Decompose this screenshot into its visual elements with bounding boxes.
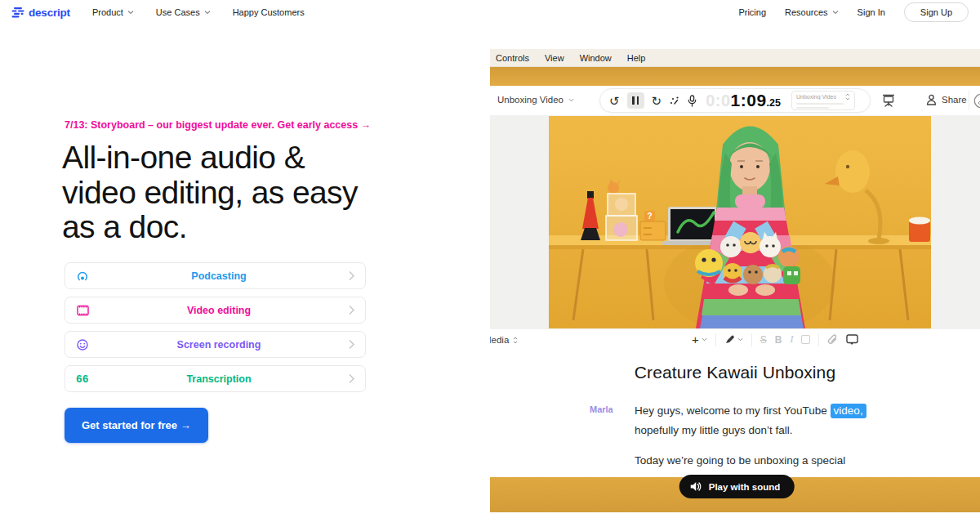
script-document[interactable]: Creature Kawaii Unboxing Marla Hey guys,…	[490, 352, 980, 477]
project-name-dropdown[interactable]: Unboxing Video	[497, 95, 574, 105]
descript-logo-icon	[11, 6, 24, 19]
media-tab[interactable]: Media	[490, 335, 518, 345]
logo-wordmark: descript	[29, 7, 70, 19]
record-icon[interactable]	[973, 93, 980, 109]
skip-back-icon[interactable]: ↺	[609, 95, 620, 107]
nav-happy-customers[interactable]: Happy Customers	[233, 7, 305, 17]
demo-menu-bar: Controls View Window Help	[490, 49, 980, 67]
microphone-icon[interactable]	[688, 95, 697, 107]
quotes-icon: 66	[75, 373, 90, 384]
chevron-down-icon	[737, 337, 743, 342]
feature-transcription[interactable]: 66 Transcription	[65, 365, 366, 392]
chevron-right-icon	[348, 305, 355, 315]
menu-view[interactable]: View	[545, 53, 564, 63]
person-icon	[926, 94, 937, 105]
main-nav: Product Use Cases Happy Customers	[92, 7, 305, 17]
presentation-icon[interactable]	[881, 93, 896, 108]
speed-icon[interactable]	[669, 95, 680, 106]
get-started-button[interactable]: Get started for free →	[65, 408, 208, 443]
sign-up-button[interactable]: Sign Up	[904, 2, 969, 22]
sign-in-link[interactable]: Sign In	[858, 7, 885, 17]
desktop-wallpaper-strip-bottom: Play with sound	[490, 477, 980, 512]
speaker-label: Marla	[590, 404, 613, 414]
up-down-icon	[845, 93, 850, 100]
pause-button[interactable]	[627, 92, 644, 109]
podcast-icon	[75, 270, 90, 282]
feature-list: Podcasting Video editing Screen recordin…	[65, 262, 366, 400]
video-canvas: ?	[490, 115, 980, 329]
header-right: Pricing Resources Sign In Sign Up	[738, 2, 969, 22]
nav-resources[interactable]: Resources	[785, 7, 839, 17]
strikethrough-button[interactable]: S	[760, 334, 767, 346]
composition-selector[interactable]: Unboxing Video	[791, 91, 855, 110]
timecode: 0:01:09.25	[706, 91, 781, 110]
feature-podcasting[interactable]: Podcasting	[65, 262, 366, 289]
nav-use-cases[interactable]: Use Cases	[156, 7, 211, 17]
chevron-down-icon	[127, 10, 134, 15]
attachment-button[interactable]	[827, 334, 838, 346]
nav-product[interactable]: Product	[92, 7, 134, 17]
top-nav: descript Product Use Cases Happy Custome…	[0, 0, 980, 25]
bold-button[interactable]: B	[775, 334, 782, 346]
chevron-right-icon	[348, 339, 355, 350]
chevron-down-icon	[702, 337, 707, 342]
menu-help[interactable]: Help	[627, 53, 646, 63]
announcement-link[interactable]: 7/13: Storyboard – our biggest update ev…	[65, 119, 371, 131]
menu-controls[interactable]: Controls	[496, 53, 529, 63]
insert-button[interactable]: +	[692, 333, 707, 346]
editor-toolbar: Unboxing Video ↺ ↻ 0:01:09.25 Unboxing V…	[490, 86, 980, 115]
orange-cup	[909, 217, 930, 243]
highlighter-button[interactable]	[724, 334, 743, 345]
italic-button[interactable]: I	[790, 333, 793, 346]
transport-controls: ↺ ↻ 0:01:09.25 Unboxing Video	[599, 88, 871, 113]
feature-screen-recording[interactable]: Screen recording	[65, 331, 366, 358]
comment-button[interactable]	[846, 334, 858, 346]
svg-text:?: ?	[647, 212, 652, 221]
chevron-right-icon	[348, 373, 355, 384]
share-button[interactable]: Share	[926, 94, 967, 105]
selected-word[interactable]: video,	[831, 404, 866, 418]
up-down-icon	[513, 337, 518, 344]
page-title: All-in-one audio & video editing, as eas…	[62, 141, 358, 245]
document-title: Creature Kawaii Unboxing	[490, 352, 980, 382]
textbox-button[interactable]	[801, 335, 810, 344]
toolbar-divider	[969, 91, 969, 110]
chevron-down-icon	[204, 10, 211, 15]
chevron-down-icon	[832, 10, 839, 15]
menu-window[interactable]: Window	[580, 53, 612, 63]
unboxing-video-frame[interactable]: ?	[549, 116, 931, 328]
film-icon	[75, 305, 90, 316]
format-toolbar: Media + S B I	[490, 329, 980, 352]
nav-pricing[interactable]: Pricing	[738, 7, 766, 17]
chevron-down-icon	[568, 98, 574, 102]
speaker-icon	[690, 481, 702, 492]
descript-logo[interactable]: descript	[11, 6, 70, 19]
chevron-right-icon	[348, 270, 355, 281]
play-with-sound-button[interactable]: Play with sound	[679, 475, 795, 498]
product-demo: Controls View Window Help Unboxing Video…	[490, 49, 980, 512]
transcript-text: Hey guys, welcome to my first YouTube vi…	[635, 401, 978, 471]
skip-forward-icon[interactable]: ↻	[652, 95, 662, 107]
desktop-wallpaper-strip	[490, 67, 980, 86]
smiley-icon	[75, 339, 90, 351]
feature-video-editing[interactable]: Video editing	[65, 297, 366, 324]
